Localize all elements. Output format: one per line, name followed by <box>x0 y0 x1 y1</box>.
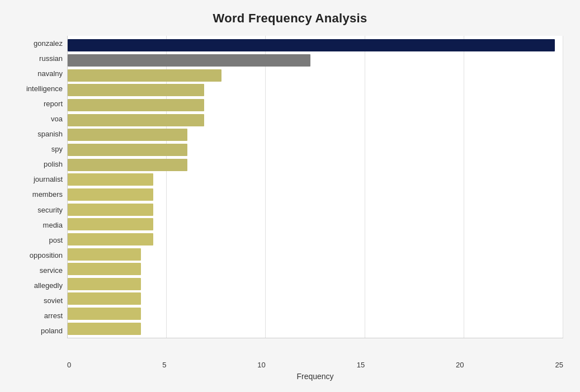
y-label: security <box>17 206 63 214</box>
bar <box>68 39 555 51</box>
bar <box>68 292 141 305</box>
x-axis-area: 0510152025 Frequency <box>67 361 563 381</box>
x-axis-line <box>68 338 563 338</box>
bar <box>68 278 141 290</box>
bar-row <box>68 53 563 68</box>
bar <box>68 248 141 261</box>
bar-row <box>68 217 563 232</box>
y-label: soviet <box>17 297 63 304</box>
y-label: arrest <box>17 312 63 319</box>
bar <box>68 323 141 335</box>
bar <box>68 188 153 201</box>
y-label: opposition <box>17 252 63 259</box>
bar <box>68 99 204 111</box>
x-tick: 0 <box>67 361 71 369</box>
plot-area <box>67 36 563 338</box>
bar-row <box>68 262 563 277</box>
bars-wrapper <box>68 36 563 338</box>
bar-row <box>68 232 563 247</box>
bar-row <box>68 187 563 202</box>
bar-row <box>68 68 563 83</box>
y-label: spanish <box>17 130 63 138</box>
bar-row <box>68 172 563 187</box>
bar-row <box>68 38 563 53</box>
bar <box>68 159 187 171</box>
bar <box>68 204 153 216</box>
x-tick: 25 <box>555 361 563 369</box>
y-label: post <box>17 237 63 244</box>
y-label: media <box>17 221 63 229</box>
bar <box>68 263 141 275</box>
x-axis-label: Frequency <box>67 372 563 381</box>
chart-title: Word Frequency Analysis <box>17 11 563 26</box>
bar <box>68 84 204 96</box>
y-label: spy <box>17 145 63 153</box>
bar <box>68 114 204 126</box>
y-label: polish <box>17 160 63 168</box>
bar <box>68 69 221 82</box>
y-label: poland <box>17 327 63 334</box>
y-label: voa <box>17 115 63 122</box>
bar <box>68 218 153 230</box>
bar <box>68 129 187 141</box>
bar-row <box>68 83 563 98</box>
y-label: gonzalez <box>17 40 63 47</box>
bar-row <box>68 321 563 336</box>
y-label: intelligence <box>17 85 63 92</box>
bar-row <box>68 202 563 217</box>
bar-row <box>68 247 563 262</box>
y-axis: gonzalezrussiannavalnyintelligencereport… <box>17 36 67 338</box>
y-label: service <box>17 267 63 274</box>
bar <box>68 144 187 156</box>
y-label: members <box>17 191 63 198</box>
bar <box>68 233 153 245</box>
x-tick: 20 <box>456 361 464 369</box>
bar-row <box>68 112 563 127</box>
bar-row <box>68 306 563 322</box>
bar-row <box>68 291 563 306</box>
bar <box>68 308 141 320</box>
y-label: navalny <box>17 70 63 77</box>
bar <box>68 54 310 67</box>
bar <box>68 173 153 186</box>
bar-row <box>68 98 563 113</box>
y-label: russian <box>17 55 63 62</box>
y-label: journalist <box>17 176 63 183</box>
x-tick: 15 <box>357 361 365 369</box>
y-label: allegedly <box>17 282 63 289</box>
bar-row <box>68 157 563 172</box>
y-label: report <box>17 100 63 107</box>
bar-row <box>68 277 563 292</box>
x-tick: 10 <box>257 361 265 369</box>
x-tick: 5 <box>162 361 166 369</box>
bar-row <box>68 127 563 143</box>
chart-container: Word Frequency Analysis gonzalezrussiann… <box>0 0 580 392</box>
bar-row <box>68 143 563 158</box>
